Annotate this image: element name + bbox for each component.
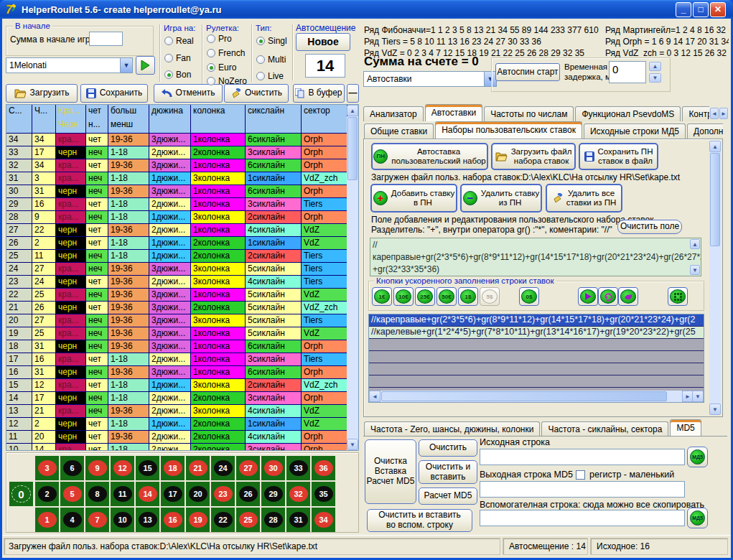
radio-singl[interactable]: Singl: [256, 36, 287, 46]
remove-all-bets-button[interactable]: Удалить все ставки из ПН: [546, 184, 622, 213]
chip-button[interactable]: 1€: [372, 287, 392, 306]
roulette-number-cell[interactable]: 25: [236, 508, 260, 532]
roulette-number-cell[interactable]: 12: [111, 456, 134, 480]
panel-scrollbar[interactable]: ▲ ▼: [709, 141, 721, 415]
collapse-button[interactable]: —: [347, 84, 359, 103]
history-header-cell[interactable]: четн...: [86, 105, 108, 133]
roulette-zero-cell[interactable]: 0: [9, 482, 33, 506]
roulette-number-cell[interactable]: 3: [35, 456, 59, 480]
md5-calc-button[interactable]: Расчет MD5: [419, 487, 477, 505]
history-header-cell[interactable]: Ч...: [32, 105, 56, 133]
start-sum-input[interactable]: [89, 32, 123, 46]
roulette-number-cell[interactable]: 16: [161, 508, 185, 532]
list-empty-row[interactable]: [369, 375, 704, 388]
chevron-down-icon[interactable]: ▼: [120, 58, 132, 73]
md5-output-input[interactable]: [480, 481, 685, 498]
roulette-number-cell[interactable]: 23: [211, 482, 235, 506]
roulette-number-cell[interactable]: 26: [236, 482, 260, 506]
freq-tab-2[interactable]: Частота - сиклайны, сектора: [541, 421, 668, 437]
scroll-thumb[interactable]: [381, 391, 667, 401]
case-checkbox[interactable]: [576, 470, 585, 480]
main-tab-1[interactable]: Анализатор: [363, 106, 424, 121]
radio-euro[interactable]: Euro: [207, 62, 236, 73]
preset-combo[interactable]: 1Melonati ▼: [6, 57, 133, 73]
load-button[interactable]: Загрузить: [6, 84, 78, 103]
radio-bon[interactable]: Bon: [164, 70, 191, 80]
roulette-number-cell[interactable]: 15: [136, 456, 159, 480]
undo-button[interactable]: Отменить: [154, 84, 223, 103]
roulette-number-cell[interactable]: 10: [111, 508, 134, 532]
md5-source-input[interactable]: [480, 449, 685, 465]
md5-aux-input[interactable]: [480, 510, 685, 526]
roulette-number-cell[interactable]: 11: [111, 482, 134, 506]
chip-button[interactable]: 1$: [458, 287, 478, 306]
roulette-number-cell[interactable]: 9: [85, 456, 109, 480]
roulette-number-cell[interactable]: 31: [286, 508, 310, 532]
roulette-number-cell[interactable]: 22: [211, 508, 235, 532]
roulette-number-cell[interactable]: 8: [85, 482, 109, 506]
add-bet-button[interactable]: + Добавить ставку в ПН: [370, 184, 457, 213]
chip-bird-button[interactable]: [618, 287, 638, 306]
roulette-number-cell[interactable]: 35: [312, 482, 335, 506]
chip-button[interactable]: 50€: [436, 287, 457, 306]
scroll-left-icon[interactable]: ◄: [369, 391, 380, 402]
list-item[interactable]: //кареправые+gr(2*3*5*6)+gr(8*9*11*12)+g…: [369, 314, 704, 327]
list-h-scrollbar[interactable]: ◄ ►: [369, 391, 694, 402]
main-tab-5[interactable]: Контроль банкрол: [682, 106, 709, 121]
roulette-number-cell[interactable]: 17: [161, 482, 185, 506]
history-header-cell[interactable]: сектор: [302, 105, 347, 133]
roulette-number-cell[interactable]: 2: [35, 482, 59, 506]
roulette-number-cell[interactable]: 1: [35, 508, 59, 532]
freq-tab-3[interactable]: MD5: [670, 419, 701, 437]
roulette-number-cell[interactable]: 4: [60, 508, 84, 532]
freq-tab-1[interactable]: Частота - Zero, шансы, дюжины, колонки: [364, 421, 540, 437]
scroll-up-icon[interactable]: ▲: [347, 105, 358, 116]
copy-buffer-button[interactable]: В буфер: [293, 84, 345, 103]
sub-tab-4[interactable]: Дополнительные: [687, 123, 723, 139]
list-empty-row[interactable]: [369, 351, 704, 363]
md5-clear-paste-button[interactable]: Очистить и вставить: [419, 460, 477, 484]
sub-tab-1[interactable]: Общие ставки: [364, 123, 434, 139]
clear-field-button[interactable]: Очистить поле: [617, 220, 682, 234]
autospin-button[interactable]: Автоспин старт: [495, 63, 560, 81]
scroll-thumb[interactable]: [347, 117, 358, 180]
load-set-file-button[interactable]: Загрузить файл набора ставок: [491, 143, 576, 170]
md5-run-button[interactable]: МД5: [687, 447, 708, 467]
new-button[interactable]: Новое: [296, 33, 350, 51]
scroll-up-icon[interactable]: ▲: [690, 239, 700, 249]
list-empty-row[interactable]: [369, 339, 704, 351]
title-bar[interactable]: 7 HelperRoullet 5.6- create helperroulle…: [0, 0, 733, 19]
main-tab-3[interactable]: Частоты по числам: [484, 106, 574, 121]
roulette-number-cell[interactable]: 30: [261, 456, 285, 480]
history-scrollbar[interactable]: ▲ ▼: [347, 105, 358, 450]
history-header-cell[interactable]: большменш: [108, 105, 149, 133]
roulette-number-cell[interactable]: 32: [286, 482, 310, 506]
spin-up-icon[interactable]: ▲: [649, 62, 661, 71]
resize-grip[interactable]: [721, 546, 728, 553]
bet-sets-list[interactable]: //кареправые+gr(2*3*5*6)+gr(8*9*11*12)+g…: [368, 314, 704, 403]
history-header-cell[interactable]: колонка: [191, 105, 246, 133]
scroll-down-icon[interactable]: ▼: [709, 403, 721, 415]
spin-down-icon[interactable]: ▼: [649, 73, 661, 83]
md5-clear-button[interactable]: Очистить: [419, 439, 477, 457]
roulette-number-cell[interactable]: 20: [186, 482, 210, 506]
roulette-number-cell[interactable]: 21: [186, 456, 210, 480]
roulette-number-cell[interactable]: 13: [136, 508, 159, 532]
close-button[interactable]: ✕: [710, 2, 726, 17]
roulette-number-cell[interactable]: 14: [136, 482, 159, 506]
chip-button[interactable]: 0$: [519, 287, 539, 306]
history-header-cell[interactable]: Кра...Черн: [56, 105, 86, 133]
chip-button[interactable]: 10€: [393, 287, 414, 306]
autobet-user-set-button[interactable]: ПН Автоставка пользовательский набор: [371, 143, 488, 170]
maximize-button[interactable]: □: [693, 2, 709, 17]
mode-combo[interactable]: Автоставки ▼: [363, 71, 497, 87]
main-tab-2[interactable]: Автоставки: [425, 104, 483, 121]
roulette-number-cell[interactable]: 27: [236, 456, 260, 480]
roulette-number-cell[interactable]: 18: [161, 456, 185, 480]
scroll-up-icon[interactable]: ▲: [709, 141, 721, 152]
md5-block-button[interactable]: Очистка Вставка Расчет MD5: [365, 439, 416, 504]
roulette-number-cell[interactable]: 28: [261, 508, 285, 532]
list-empty-row[interactable]: [369, 363, 704, 375]
scroll-down-icon[interactable]: ▼: [347, 439, 358, 450]
roulette-number-cell[interactable]: 5: [60, 482, 84, 506]
